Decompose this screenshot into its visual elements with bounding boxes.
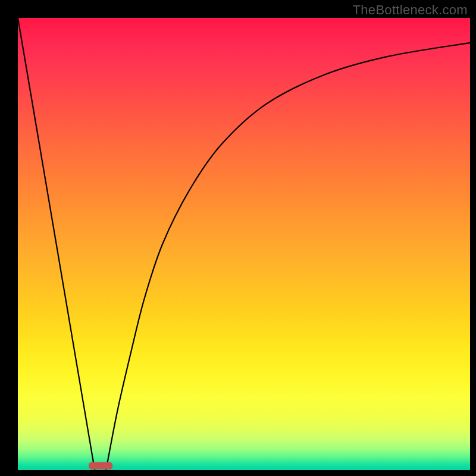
watermark-text: TheBottleneck.com	[353, 2, 468, 18]
plot-area	[18, 18, 470, 470]
chart-frame: TheBottleneck.com	[0, 0, 476, 476]
curve-right-branch	[106, 43, 470, 470]
chart-svg	[18, 18, 470, 470]
minimum-marker	[89, 462, 112, 469]
curve-left-branch	[18, 18, 95, 470]
